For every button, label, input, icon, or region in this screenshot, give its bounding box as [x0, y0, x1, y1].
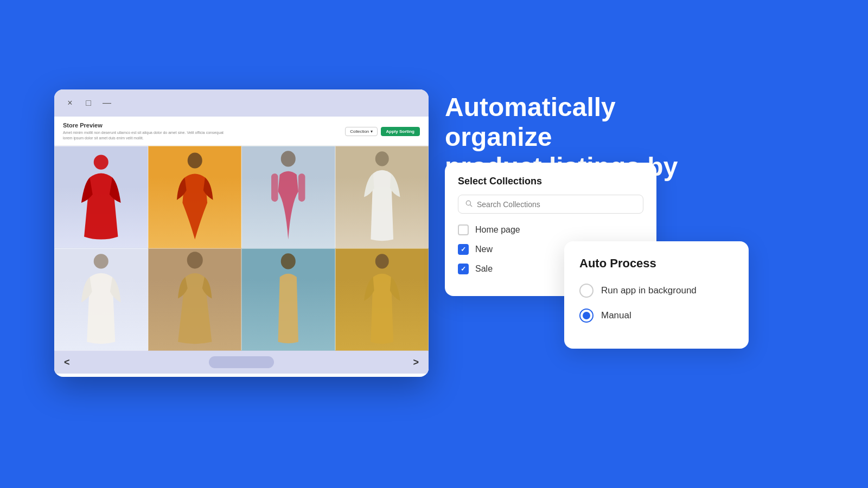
- checkbox-homepage[interactable]: [458, 224, 469, 235]
- collections-search-box[interactable]: [458, 195, 643, 214]
- headline-line1: Automatically organize: [445, 93, 616, 151]
- product-cell-6[interactable]: [148, 248, 242, 351]
- store-actions: Collection ▾ Apply Sorting: [345, 127, 420, 136]
- product-cell-4[interactable]: [335, 146, 429, 248]
- checkbox-new[interactable]: [458, 244, 469, 255]
- store-header: Store Preview Amet minim mollit non dese…: [54, 117, 429, 146]
- search-icon: [465, 200, 473, 209]
- radio-manual[interactable]: [579, 309, 593, 323]
- collection-item-homepage: Home page: [458, 224, 643, 235]
- product-cell-5[interactable]: [54, 248, 148, 351]
- product-grid-wrapper: [54, 146, 429, 351]
- product-cell-3[interactable]: [241, 146, 335, 248]
- svg-point-5: [375, 151, 388, 166]
- svg-point-9: [375, 254, 388, 268]
- collections-search-input[interactable]: [477, 200, 636, 209]
- product-cell-8[interactable]: [335, 248, 429, 351]
- store-info: Store Preview Amet minim mollit non dese…: [63, 122, 226, 141]
- apply-sorting-button[interactable]: Apply Sorting: [381, 127, 420, 136]
- radio-label-manual: Manual: [601, 310, 631, 321]
- svg-line-11: [470, 205, 472, 207]
- radio-background[interactable]: [579, 284, 593, 298]
- collection-dropdown-button[interactable]: Collection ▾: [345, 127, 377, 136]
- svg-rect-4: [298, 174, 305, 202]
- browser-content: Store Preview Amet minim mollit non dese…: [54, 117, 429, 374]
- prev-arrow[interactable]: <: [64, 357, 70, 368]
- browser-bottom-nav: < >: [54, 351, 429, 374]
- svg-point-7: [187, 252, 202, 268]
- svg-point-2: [281, 151, 296, 166]
- svg-point-1: [187, 152, 202, 168]
- store-description: Amet minim mollit non deserunt ullamco e…: [63, 130, 226, 141]
- svg-point-8: [281, 253, 296, 269]
- radio-label-background: Run app in background: [601, 285, 697, 296]
- product-cell-2[interactable]: [148, 146, 242, 248]
- collection-label-homepage: Home page: [475, 225, 520, 235]
- auto-process-title: Auto Process: [579, 256, 733, 271]
- browser-titlebar: × □ —: [54, 89, 429, 117]
- browser-window: × □ — Store Preview Amet minim mollit no…: [54, 89, 429, 377]
- minimize-icon[interactable]: —: [101, 97, 113, 109]
- product-cell-7[interactable]: [241, 248, 335, 351]
- checkbox-sale[interactable]: [458, 264, 469, 274]
- radio-item-background: Run app in background: [579, 284, 733, 298]
- radio-item-manual: Manual: [579, 309, 733, 323]
- store-title: Store Preview: [63, 122, 226, 129]
- product-grid: [54, 146, 429, 351]
- nav-pill: [209, 356, 274, 368]
- svg-point-0: [94, 155, 108, 169]
- collection-label-sale: Sale: [475, 264, 493, 274]
- collections-card-title: Select Collections: [458, 176, 643, 187]
- maximize-icon[interactable]: □: [82, 97, 94, 109]
- auto-process-card: Auto Process Run app in background Manua…: [564, 241, 749, 349]
- svg-point-6: [94, 254, 108, 268]
- close-icon[interactable]: ×: [64, 97, 76, 109]
- collection-label-new: New: [475, 245, 493, 254]
- next-arrow[interactable]: >: [413, 357, 419, 368]
- svg-rect-3: [271, 174, 278, 202]
- product-cell-1[interactable]: [54, 146, 148, 248]
